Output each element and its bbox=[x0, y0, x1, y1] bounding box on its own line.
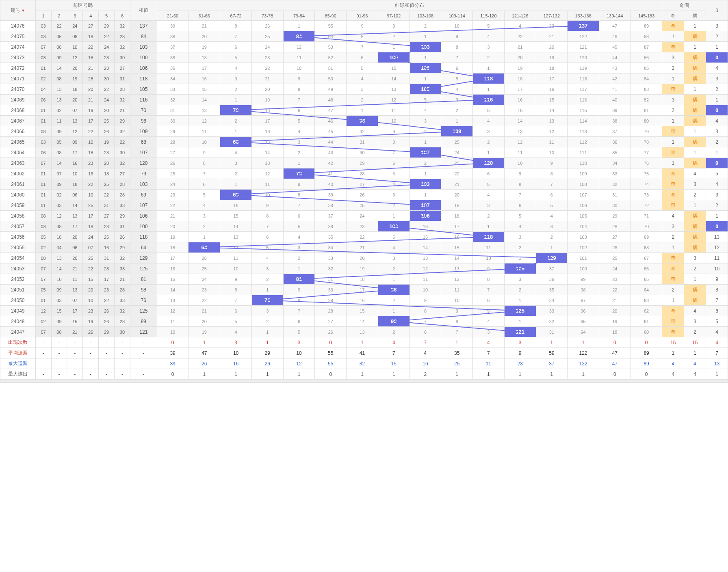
dist-cell: 7 bbox=[441, 327, 473, 337]
ball-cell: 07 bbox=[83, 242, 99, 253]
ball-cell: 20 bbox=[67, 253, 83, 263]
ball-cell: 18 bbox=[83, 221, 99, 232]
col-range: 91-96 bbox=[347, 11, 378, 21]
dist-cell: 9 bbox=[378, 126, 410, 137]
stat-cell: 0 bbox=[630, 337, 662, 348]
ball-cell: 27 bbox=[83, 21, 99, 31]
qihao-cell: 24055 bbox=[0, 242, 36, 253]
dist-cell: 4 bbox=[441, 84, 473, 95]
dist-cell: 37 bbox=[536, 263, 568, 274]
dist-cell: 3 bbox=[473, 327, 505, 337]
dist-cell: 7 bbox=[410, 316, 441, 327]
dist-cell: 20 bbox=[504, 52, 536, 63]
ball-cell: 03 bbox=[35, 21, 51, 31]
dist-cell: 89 bbox=[630, 21, 662, 31]
dist-cell: 24 bbox=[251, 42, 283, 52]
stat-cell: - bbox=[83, 358, 99, 369]
ji-cell: 奇 bbox=[662, 316, 684, 327]
ball-cell: 09 bbox=[51, 316, 67, 327]
dist-cell: 20 bbox=[157, 221, 188, 232]
ball-cell: 08 bbox=[67, 31, 83, 42]
ball-cell: 22 bbox=[83, 263, 99, 274]
qihao-cell: 24075 bbox=[0, 31, 36, 42]
col-range: 109-114 bbox=[441, 11, 473, 21]
ji-cell: 4 bbox=[662, 211, 684, 221]
ou-cell: 偶 bbox=[684, 232, 706, 242]
dist-cell: 80 bbox=[630, 116, 662, 126]
ball-cell: 20 bbox=[83, 84, 99, 95]
ball-cell: 29 bbox=[99, 327, 115, 337]
ball-cell: 25 bbox=[99, 232, 115, 242]
zero-cell: 3 bbox=[706, 190, 728, 200]
ball-cell: 10 bbox=[51, 274, 67, 285]
ball-cell: 19 bbox=[83, 316, 99, 327]
ball-cell: 10 bbox=[67, 42, 83, 52]
col-jiou: 奇偶 bbox=[662, 0, 706, 11]
dist-hit-cell: 81 bbox=[283, 274, 315, 285]
col-range: 133-138 bbox=[568, 11, 599, 21]
dist-cell: 43 bbox=[599, 63, 631, 73]
dist-cell: 120 bbox=[568, 52, 599, 63]
dist-cell: 3 bbox=[378, 21, 410, 31]
stat-cell: 1 bbox=[251, 337, 283, 348]
ball-cell: 15 bbox=[83, 274, 99, 285]
hezhi-cell: 107 bbox=[130, 147, 157, 158]
ball-cell: 09 bbox=[51, 179, 67, 190]
ji-cell: 奇 bbox=[662, 179, 684, 190]
dist-cell: 74 bbox=[630, 179, 662, 190]
dist-hit-cell: 125 bbox=[504, 263, 536, 274]
dist-cell: 70 bbox=[630, 221, 662, 232]
stat-cell: 12 bbox=[283, 358, 315, 369]
dist-cell: 13 bbox=[378, 84, 410, 95]
dist-cell: 18 bbox=[599, 327, 631, 337]
dist-cell: 2 bbox=[473, 137, 505, 147]
ball-cell: 02 bbox=[35, 242, 51, 253]
dist-cell: 16 bbox=[251, 126, 283, 137]
dist-cell: 8 bbox=[536, 168, 568, 179]
dist-cell: 33 bbox=[315, 253, 347, 263]
dist-cell: 3 bbox=[251, 263, 283, 274]
stat-cell: - bbox=[67, 358, 83, 369]
stat-cell: 10 bbox=[283, 348, 315, 358]
zero-cell: 3 bbox=[706, 21, 728, 31]
dist-hit-cell: 106 bbox=[410, 63, 441, 73]
zero-cell: 0 bbox=[706, 221, 728, 232]
dist-hit-cell: 70 bbox=[220, 105, 252, 116]
hezhi-cell: 100 bbox=[130, 52, 157, 63]
stat-cell: - bbox=[99, 358, 115, 369]
col-qihao[interactable]: 期号▼ bbox=[0, 0, 36, 21]
dist-cell: 102 bbox=[568, 242, 599, 253]
col-ball-6: 6 bbox=[115, 11, 130, 21]
ball-cell: 13 bbox=[51, 253, 67, 263]
zero-cell: 11 bbox=[706, 253, 728, 263]
dist-cell: 21 bbox=[347, 242, 378, 253]
dist-cell: 52 bbox=[315, 52, 347, 63]
qihao-cell: 24059 bbox=[0, 200, 36, 211]
dist-cell: 5 bbox=[473, 179, 505, 190]
ji-cell: 奇 bbox=[662, 190, 684, 200]
dist-cell: 17 bbox=[536, 73, 568, 84]
stat-cell: 47 bbox=[188, 348, 220, 358]
dist-cell: 12 bbox=[378, 95, 410, 105]
ou-cell: 偶 bbox=[684, 95, 706, 105]
dist-cell: 53 bbox=[315, 42, 347, 52]
dist-cell: 3 bbox=[283, 137, 315, 147]
qihao-cell: 24062 bbox=[0, 168, 36, 179]
hezhi-cell: 84 bbox=[130, 31, 157, 42]
dist-cell: 6 bbox=[504, 200, 536, 211]
dist-cell: 17 bbox=[441, 221, 473, 232]
dist-cell: 16 bbox=[157, 263, 188, 274]
dist-cell: 15 bbox=[157, 274, 188, 285]
zero-cell: 8 bbox=[706, 285, 728, 295]
dist-cell: 2 bbox=[410, 126, 441, 137]
horizontal-scrollbar[interactable] bbox=[0, 380, 728, 383]
dist-cell: 1 bbox=[473, 147, 505, 158]
stat-cell: 122 bbox=[568, 348, 599, 358]
ball-cell: 26 bbox=[115, 232, 130, 242]
dist-cell: 1 bbox=[410, 137, 441, 147]
col-zero: 0 bbox=[706, 0, 728, 21]
ball-cell: 10 bbox=[83, 295, 99, 306]
ou-cell: 3 bbox=[684, 253, 706, 263]
ball-cell: 13 bbox=[67, 285, 83, 295]
dist-cell: 6 bbox=[441, 63, 473, 73]
